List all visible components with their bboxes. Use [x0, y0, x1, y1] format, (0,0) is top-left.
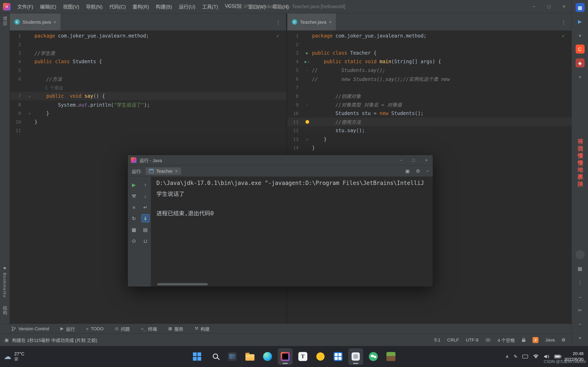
tab-close-icon[interactable]: ×: [53, 19, 56, 25]
run-tab-teacher[interactable]: Teacher ×: [146, 167, 181, 175]
menu-item-5[interactable]: 重构(R): [130, 1, 152, 12]
line-separator[interactable]: CRLF: [447, 337, 459, 342]
code-line[interactable]: 10 Students stu = new Students();: [287, 109, 571, 117]
csdn-plugin-icon[interactable]: C: [575, 45, 584, 54]
code-line[interactable]: 14}: [287, 143, 571, 152]
tray-pen-icon[interactable]: ✎: [514, 354, 517, 359]
code-line[interactable]: 7: [287, 83, 571, 92]
close-button[interactable]: ×: [557, 4, 571, 9]
tab-teacher-java[interactable]: C Teacher.java ×: [287, 13, 337, 30]
weather-widget[interactable]: ☁ 27°C 雾: [4, 351, 24, 362]
code-line[interactable]: 8 //创建对象: [287, 92, 571, 100]
run-gutter-icon[interactable]: ▶: [305, 59, 307, 64]
code-line[interactable]: 8 System.out.println("学生说话了");: [10, 100, 286, 109]
code-line[interactable]: 12 stu.say();: [287, 126, 571, 135]
file-encoding[interactable]: UTF-8: [466, 337, 478, 342]
more-vertical-icon[interactable]: ⋮: [575, 278, 584, 287]
maximize-button[interactable]: □: [407, 157, 420, 163]
pin-button[interactable]: ⊙: [130, 237, 138, 245]
yellow-app-button[interactable]: [313, 348, 328, 365]
tab-students-java[interactable]: C Students.java ×: [10, 13, 61, 30]
code-line[interactable]: 1package com.joker_yue.javalearn.method;: [287, 31, 571, 40]
fold-icon[interactable]: ∧: [29, 111, 31, 115]
code-line[interactable]: 4public class Students {: [10, 57, 286, 66]
user-avatar-icon[interactable]: [575, 250, 584, 259]
menu-item-6[interactable]: 构建(B): [153, 1, 175, 12]
minimize-button[interactable]: −: [527, 4, 541, 9]
code-line[interactable]: 11: [10, 126, 286, 135]
rerun-button[interactable]: ▶: [130, 180, 138, 189]
toolwindow-problems-button[interactable]: ◎问题: [115, 325, 130, 332]
code-line[interactable]: 5: [10, 66, 286, 75]
tab-close-icon[interactable]: ×: [175, 168, 178, 174]
stripe-bookmarks-button[interactable]: Bookmarks: [2, 273, 7, 298]
fold-icon[interactable]: ∨: [308, 60, 310, 63]
soft-wrap-button[interactable]: ↵: [141, 203, 149, 211]
restart-button[interactable]: ↻: [130, 214, 138, 222]
tray-volume-icon[interactable]: [544, 354, 549, 359]
code-line[interactable]: 6// new Students().say();//实例化这个类 new: [287, 75, 571, 83]
minimize-button[interactable]: −: [394, 157, 407, 163]
code-line[interactable]: 9∧ }: [10, 109, 286, 117]
snip-button[interactable]: [348, 348, 363, 365]
menu-item-0[interactable]: 文件(F): [14, 1, 36, 12]
indent-info[interactable]: 4 个空格: [498, 337, 515, 343]
start-button[interactable]: [190, 348, 204, 365]
database-plugin-icon[interactable]: ●: [575, 31, 584, 40]
code-line[interactable]: 4▶∨ public static void main(String[] arg…: [287, 57, 571, 66]
stripe-structure-button[interactable]: 结构: [2, 306, 8, 315]
menu-item-7[interactable]: 运行(U): [176, 1, 198, 12]
toolwindow-run-button[interactable]: ▶运行: [61, 325, 75, 332]
hide-icon[interactable]: −: [426, 168, 429, 174]
caret-position[interactable]: 5:1: [434, 337, 441, 342]
build-status-message[interactable]: 构建在 1秒115毫秒 中成功完成 (片刻 之前): [12, 337, 97, 343]
grid-small-icon[interactable]: ▩: [575, 264, 584, 273]
float-mode-icon[interactable]: ▣: [405, 168, 410, 174]
code-line[interactable]: 13∧ }: [287, 135, 571, 143]
readonly-lock-icon[interactable]: [522, 337, 526, 342]
code-line[interactable]: 3//学生类: [10, 49, 286, 57]
search-button[interactable]: [207, 348, 222, 365]
tray-ime-icon[interactable]: [522, 355, 528, 358]
user-badge[interactable]: J: [532, 337, 538, 343]
code-line[interactable]: 1package com.joker_yue.javalearn.method;: [10, 31, 286, 40]
code-line[interactable]: 11 //使用方法: [287, 118, 571, 126]
tab-options-icon[interactable]: ⋮: [556, 19, 571, 25]
toolwindow-switcher-icon[interactable]: ▣: [4, 337, 9, 342]
menu-item-1[interactable]: 编辑(E): [37, 1, 59, 12]
run-window-title-bar[interactable]: 运行 - Java − □ ×: [128, 155, 433, 165]
code-line[interactable]: 7∨ public void say() {: [10, 92, 286, 100]
wechat-button[interactable]: [366, 348, 381, 365]
toolwindow-build-button[interactable]: ⚒构建: [195, 325, 209, 332]
usages-hint-line[interactable]: 1 个用法: [10, 83, 286, 92]
code-line[interactable]: 6 //方法: [10, 75, 286, 83]
toolwindow-version-control-button[interactable]: Version Control: [11, 326, 49, 331]
code-line[interactable]: 2: [287, 40, 571, 49]
language-level[interactable]: Java: [545, 337, 555, 342]
intention-bulb-icon[interactable]: [305, 120, 309, 124]
scroll-to-end-button[interactable]: ⇓: [141, 214, 149, 222]
hide-windows-icon[interactable]: −: [575, 319, 584, 328]
typora-button[interactable]: T: [295, 348, 310, 365]
menu-item-4[interactable]: 代码(C): [106, 1, 129, 12]
toolwindow-services-button[interactable]: ▦服务: [168, 325, 183, 332]
taskview-button[interactable]: [225, 348, 240, 365]
close-windows-icon[interactable]: ×: [575, 333, 584, 342]
print-button[interactable]: ▤: [141, 225, 149, 234]
red-plugin-icon[interactable]: ◈: [575, 58, 584, 67]
quickrun-plugin-icon[interactable]: ▶: [575, 17, 584, 26]
up-stacktrace-button[interactable]: ↑: [141, 180, 149, 189]
maximize-button[interactable]: □: [541, 4, 556, 9]
run-gutter-icon[interactable]: ▶: [306, 51, 308, 55]
fold-icon[interactable]: ∨: [29, 94, 31, 98]
inspection-highlight-icon[interactable]: [485, 338, 491, 342]
grid-plugin-icon[interactable]: ▦: [575, 3, 584, 12]
explorer-button[interactable]: [242, 348, 257, 365]
tab-close-icon[interactable]: ×: [329, 19, 332, 25]
fold-icon[interactable]: ∧: [306, 137, 308, 141]
run-to-cursor-icon[interactable]: →: [575, 292, 584, 301]
stripe-project-button[interactable]: 项目: [2, 17, 8, 26]
inspection-ok-icon[interactable]: ✓: [562, 33, 565, 39]
clear-console-button[interactable]: ⊔: [141, 237, 149, 245]
settings-gear-icon[interactable]: ⚙: [562, 337, 566, 342]
